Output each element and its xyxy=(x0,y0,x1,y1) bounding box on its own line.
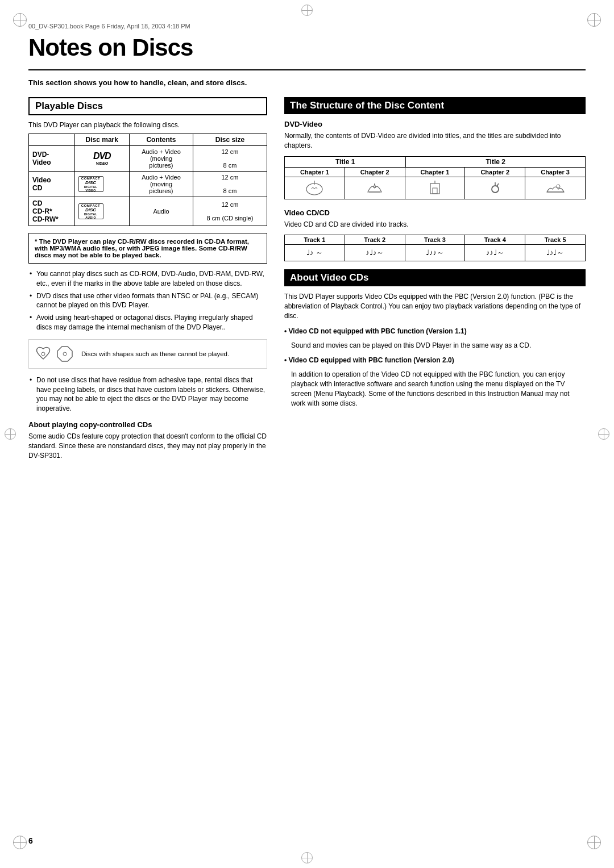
corner-mark-tr xyxy=(586,11,603,28)
music-2: ♪♩♪～ xyxy=(345,245,405,261)
disc-shape-warning: Discs with shapes such as these cannot b… xyxy=(28,339,267,369)
copy-controlled-text: Some audio CDs feature copy protection t… xyxy=(28,432,267,460)
track-4-label: Track 4 xyxy=(465,235,525,244)
dvd-video-section: DVD-Video Normally, the contents of DVD-… xyxy=(284,120,586,199)
chapter-3: Chapter 1 xyxy=(405,168,466,177)
disc-mark-cd: COMPACT DiSC DIGITAL AUDIO xyxy=(74,197,129,226)
disc-shape-icons xyxy=(34,344,74,364)
list-item: Do not use discs that have residue from … xyxy=(28,375,267,414)
dvd-video-text: Normally, the contents of DVD-Video are … xyxy=(284,131,586,151)
structure-header: The Structure of the Disc Content xyxy=(284,97,586,114)
disc-size-cd: 12 cm8 cm (CD single) xyxy=(193,197,267,226)
music-symbol-row: ♩♪ ～ ♪♩♪～ ♩♪♪～ ♪♪♩～ ♩♪♩～ xyxy=(285,245,585,261)
reg-mark-bottom xyxy=(301,852,313,863)
track-2-label: Track 2 xyxy=(345,235,405,244)
title-1-label: Title 1 xyxy=(285,157,406,167)
disc-size-dvd: 12 cm8 cm xyxy=(193,146,267,172)
list-item: DVD discs that use other video formats t… xyxy=(28,291,267,311)
right-column: The Structure of the Disc Content DVD-Vi… xyxy=(284,97,586,460)
disc-mark-videocd: COMPACT DiSC DIGITAL VIDEO xyxy=(74,172,129,197)
table-row: CDCD-R*CD-RW* COMPACT DiSC DIGITAL AUDIO… xyxy=(29,197,267,226)
track-label-row: Track 1 Track 2 Track 3 Track 4 Track 5 xyxy=(285,235,585,245)
svg-point-13 xyxy=(557,185,560,188)
chapter-img-4 xyxy=(465,177,525,199)
chapter-4: Chapter 2 xyxy=(465,168,525,177)
pbc-v1-bullet: • Video CD not equipped with PBC functio… xyxy=(284,327,586,336)
pbc-v2-text: In addition to operation of the Video CD… xyxy=(284,370,586,408)
page-number: 6 xyxy=(28,836,33,845)
about-video-cds-header: About Video CDs xyxy=(284,269,586,286)
about-video-cds-intro: This DVD Player supports Video CDs equip… xyxy=(284,292,586,320)
table-row: VideoCD COMPACT DiSC DIGITAL VIDEO Audio… xyxy=(29,172,267,197)
col-header-disc-size: Disc size xyxy=(193,134,267,146)
reg-mark-top xyxy=(301,5,313,16)
corner-mark-bl xyxy=(11,834,28,851)
title-row: Title 1 Title 2 xyxy=(285,157,585,168)
disc-label-dvd: DVD-Video xyxy=(29,146,75,172)
track-1-label: Track 1 xyxy=(285,235,345,244)
header-file-info: 00_DV-SP301.book Page 6 Friday, April 18… xyxy=(28,23,586,30)
disc-notes-list: You cannot play discs such as CD-ROM, DV… xyxy=(28,269,267,332)
copy-controlled-title: About playing copy-controlled CDs xyxy=(28,420,267,429)
col-header-contents: Contents xyxy=(130,134,193,146)
disc-size-videocd: 12 cm8 cm xyxy=(193,172,267,197)
chapter-row: Chapter 1 Chapter 2 Chapter 1 Chapter 2 … xyxy=(285,168,585,177)
music-4: ♪♪♩～ xyxy=(465,245,525,261)
col-header-disc-mark: Disc mark xyxy=(74,134,129,146)
reg-mark-left xyxy=(5,428,16,440)
chapter-image-row xyxy=(285,177,585,199)
svg-rect-6 xyxy=(430,183,439,194)
pbc-v2-title: Video CD equipped with PBC function (Ver… xyxy=(289,356,454,364)
chapter-img-1 xyxy=(285,177,345,199)
svg-point-0 xyxy=(42,352,45,356)
playable-discs-header: Playable Discs xyxy=(28,97,267,115)
heart-disc-icon xyxy=(34,344,53,364)
video-cd-text: Video CD and CD are divided into tracks. xyxy=(284,220,586,229)
music-5: ♩♪♩～ xyxy=(525,245,585,261)
pbc-v1-text: Sound and movies can be played on this D… xyxy=(284,341,586,350)
chapter-2: Chapter 2 xyxy=(345,168,405,177)
title-chapter-diagram: Title 1 Title 2 Chapter 1 Chapter 2 Chap… xyxy=(284,156,586,199)
intro-text: This section shows you how to handle, cl… xyxy=(28,78,586,87)
copy-controlled-section: About playing copy-controlled CDs Some a… xyxy=(28,420,267,460)
title-divider xyxy=(28,69,586,70)
warning-box: * The DVD Player can play CD-R/RW discs … xyxy=(28,233,267,264)
corner-mark-tl xyxy=(11,11,28,28)
disc-adhesive-note: Do not use discs that have residue from … xyxy=(28,375,267,414)
disc-table: Disc mark Contents Disc size DVD-Video D… xyxy=(28,133,267,226)
music-1: ♩♪ ～ xyxy=(285,245,345,261)
pbc-v2-bullet: • Video CD equipped with PBC function (V… xyxy=(284,356,586,365)
about-video-cds-section: About Video CDs This DVD Player supports… xyxy=(284,269,586,408)
chapter-img-2 xyxy=(345,177,405,199)
disc-contents-dvd: Audio + Video(movingpictures) xyxy=(130,146,193,172)
disc-warning-caption: Discs with shapes such as these cannot b… xyxy=(81,350,229,357)
octagon-disc-icon xyxy=(55,344,74,364)
reg-mark-right xyxy=(598,428,609,440)
pbc-v1-title: Video CD not equipped with PBC function … xyxy=(289,327,467,335)
track-3-label: Track 3 xyxy=(405,235,466,244)
chapter-img-5 xyxy=(525,177,585,199)
chapter-img-3 xyxy=(405,177,466,199)
svg-point-9 xyxy=(492,186,499,193)
main-content: Playable Discs This DVD Player can playb… xyxy=(28,97,586,460)
col-header-empty xyxy=(29,134,75,146)
page-title: Notes on Discs xyxy=(28,34,586,61)
disc-label-videocd: VideoCD xyxy=(29,172,75,197)
music-3: ♩♪♪～ xyxy=(405,245,466,261)
list-item: Avoid using heart-shaped or octagonal di… xyxy=(28,313,267,332)
table-row: DVD-Video DVD VIDEO Audio + Video(moving… xyxy=(29,146,267,172)
disc-label-cd: CDCD-R*CD-RW* xyxy=(29,197,75,226)
left-column: Playable Discs This DVD Player can playb… xyxy=(28,97,267,460)
chapter-5: Chapter 3 xyxy=(525,168,585,177)
svg-line-11 xyxy=(497,183,499,186)
disc-mark-dvd: DVD VIDEO xyxy=(74,146,129,172)
corner-mark-br xyxy=(586,834,603,851)
svg-rect-7 xyxy=(433,188,437,194)
track-5-label: Track 5 xyxy=(525,235,585,244)
disc-contents-cd: Audio xyxy=(130,197,193,226)
dvd-video-subtitle: DVD-Video xyxy=(284,120,586,128)
video-cd-section: Video CD/CD Video CD and CD are divided … xyxy=(284,208,586,262)
playable-discs-intro: This DVD Player can playback the followi… xyxy=(28,121,267,129)
title-2-label: Title 2 xyxy=(406,157,585,167)
list-item: You cannot play discs such as CD-ROM, DV… xyxy=(28,269,267,289)
